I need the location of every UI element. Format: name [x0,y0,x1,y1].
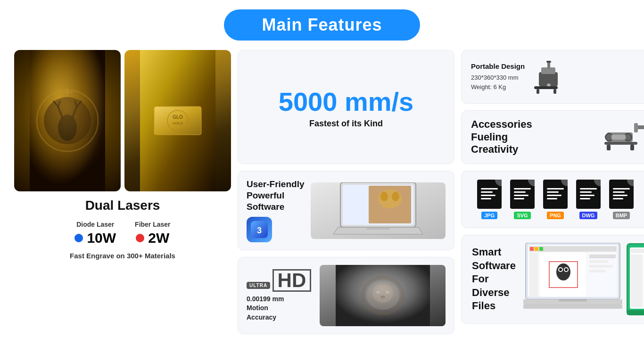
file-icon-dwg: DWG [576,180,601,219]
product-images: GLO GOLD [14,50,231,191]
speed-value: 5000 mm/s [279,89,413,115]
fiber-power-value: 2W [148,230,169,246]
accuracy-value: 0.00199 mm [247,295,284,303]
svg-rect-54 [535,247,538,251]
page-wrapper: Main Features 5000 mm/s Fastest of its K… [0,0,644,362]
header: Main Features [14,9,630,41]
svg-rect-11 [611,135,626,140]
dual-images-section: GLO GOLD Dual Lasers Diode Laser 10W [14,50,231,334]
svg-rect-82 [627,310,644,315]
svg-rect-69 [559,299,587,302]
bottom-left: User-FriendlyPowerfulSoftware 3 [238,171,454,334]
hd-text: ULTRA HD 0.00199 mm MotionAccuracy [247,269,311,322]
file-doc-svg [510,180,535,209]
smart-software-card: Smart SoftwareFor Diverse Files [461,235,644,324]
laptop-placeholder [311,182,446,239]
gold-visual: GLO GOLD [124,50,231,191]
content-grid: 5000 mm/s Fastest of its Kind Portable D… [14,50,630,334]
svg-rect-6 [537,89,539,94]
svg-rect-12 [604,142,637,145]
dwg-label: DWG [579,212,598,219]
smart-software-title: Smart SoftwareFor Diverse Files [472,246,516,313]
accessories-card: AccessoriesFuelingCreativity [461,110,644,164]
svg-line-22 [72,107,77,118]
dual-laser-title: Dual Lasers [85,198,160,213]
svg-point-59 [556,263,570,280]
svg-line-25 [77,101,82,107]
jpg-label: JPG [481,212,497,219]
accessories-text: AccessoriesFuelingCreativity [471,118,532,156]
middle-bottom: JPG [461,171,644,334]
file-icon-bmp: BMP [609,180,634,219]
smart-software-text: Smart SoftwareFor Diverse Files [472,246,516,313]
portable-dimensions: 230*360*330 mm [471,73,525,82]
hd-accuracy: 0.00199 mm MotionAccuracy [247,295,311,322]
diode-dot [74,234,83,242]
svg-rect-70 [523,304,622,309]
bmp-label: BMP [613,212,630,219]
accuracy-subtitle: MotionAccuracy [247,304,276,321]
speed-subtitle: Fastest of its Kind [309,119,383,129]
svg-rect-65 [589,255,616,258]
svg-rect-74 [631,255,643,307]
portable-weight: Weight: 6 Kg [471,82,525,92]
svg-rect-68 [589,270,606,272]
svg-point-18 [37,90,98,151]
svg-rect-5 [534,86,558,89]
portable-title: Portable Design [471,62,525,70]
svg-rect-13 [607,145,611,150]
lion-placeholder [320,265,446,326]
svg-line-24 [58,101,60,107]
svg-rect-56 [529,252,538,297]
fiber-label: Fiber Laser [135,221,170,228]
svg-point-47 [376,291,380,294]
diode-power: 10W [74,230,116,246]
file-doc-jpg [477,180,502,209]
file-icon-svg: SVG [510,180,535,219]
svg-line-21 [58,107,63,118]
coin-image [14,50,121,191]
svg-text:GLO: GLO [173,115,183,120]
hd-label: HD [272,269,312,292]
svg-label: SVG [514,212,530,219]
file-formats-card: JPG [461,171,644,228]
svg-rect-73 [631,248,644,253]
file-doc-dwg [576,180,601,209]
png-label: PNG [547,212,564,219]
fiber-dot [136,234,144,242]
software-logo: 3 [247,217,272,242]
main-features-title: Main Features [262,15,382,34]
file-icon-jpg: JPG [477,180,502,219]
svg-rect-2 [547,62,550,68]
svg-rect-17 [30,50,105,191]
svg-point-63 [565,268,568,271]
svg-line-23 [53,101,58,107]
svg-rect-53 [530,247,534,251]
speed-card: 5000 mm/s Fastest of its Kind [238,50,454,164]
svg-rect-66 [589,260,608,263]
svg-point-48 [386,291,389,294]
svg-rect-67 [589,265,613,268]
svg-point-45 [372,284,393,303]
software-text: User-FriendlyPowerfulSoftware 3 [247,179,304,242]
software-title: User-FriendlyPowerfulSoftware [247,179,304,212]
svg-point-20 [58,115,77,141]
file-icons-row: JPG [472,180,639,219]
file-icon-png: PNG [543,180,568,219]
diode-laser-item: Diode Laser 10W [74,221,116,246]
svg-text:GOLD: GOLD [173,121,183,125]
ultra-badge: ULTRA [247,282,270,289]
svg-rect-7 [553,89,556,94]
file-doc-png [543,180,568,209]
software-screen-tablet: + □ TEXT [626,243,644,316]
svg-rect-1 [541,67,555,74]
svg-rect-64 [587,252,618,297]
svg-point-62 [559,268,562,271]
svg-rect-42 [366,227,390,230]
portable-icon [529,58,562,96]
svg-rect-55 [539,247,543,251]
portable-card: Portable Design 230*360*330 mm Weight: 6… [461,50,644,104]
fiber-power: 2W [136,230,169,246]
svg-point-40 [380,192,388,201]
svg-text:3: 3 [257,226,262,235]
